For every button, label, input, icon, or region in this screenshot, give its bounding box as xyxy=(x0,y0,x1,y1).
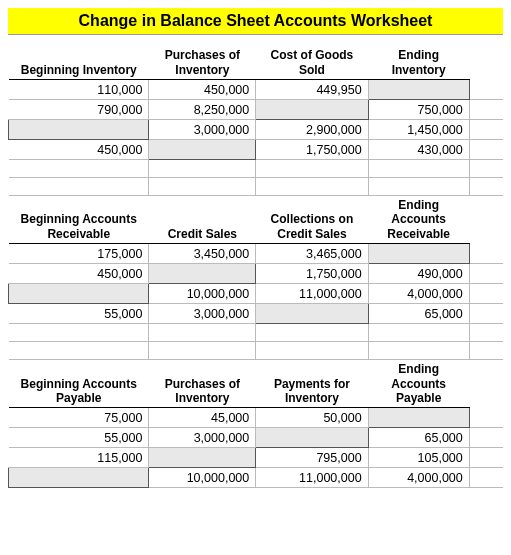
value-cell: 110,000 xyxy=(9,80,149,100)
value-cell: 50,000 xyxy=(256,408,368,428)
column-spacer xyxy=(469,360,503,408)
empty-cell xyxy=(9,178,149,196)
empty-cell xyxy=(9,160,149,178)
input-cell[interactable] xyxy=(9,284,149,304)
value-cell: 750,000 xyxy=(368,100,469,120)
empty-cell xyxy=(256,342,368,360)
empty-cell xyxy=(149,324,256,342)
input-cell[interactable] xyxy=(149,140,256,160)
empty-cell xyxy=(256,160,368,178)
value-cell: 11,000,000 xyxy=(256,284,368,304)
input-cell[interactable] xyxy=(9,120,149,140)
row-spacer xyxy=(469,284,503,304)
input-cell[interactable] xyxy=(368,408,469,428)
value-cell: 3,000,000 xyxy=(149,428,256,448)
value-cell: 65,000 xyxy=(368,428,469,448)
value-cell: 65,000 xyxy=(368,304,469,324)
value-cell: 8,250,000 xyxy=(149,100,256,120)
column-header: Beginning Accounts Payable xyxy=(9,360,149,408)
input-cell[interactable] xyxy=(256,428,368,448)
input-cell[interactable] xyxy=(256,304,368,324)
column-spacer xyxy=(469,196,503,244)
value-cell: 3,000,000 xyxy=(149,304,256,324)
empty-cell xyxy=(9,324,149,342)
row-spacer xyxy=(469,468,503,488)
row-spacer xyxy=(469,120,503,140)
value-cell: 3,000,000 xyxy=(149,120,256,140)
value-cell: 795,000 xyxy=(256,448,368,468)
row-spacer xyxy=(469,428,503,448)
input-cell[interactable] xyxy=(9,468,149,488)
worksheet-title: Change in Balance Sheet Accounts Workshe… xyxy=(8,8,503,35)
input-cell[interactable] xyxy=(256,100,368,120)
row-spacer xyxy=(469,140,503,160)
empty-cell xyxy=(149,178,256,196)
empty-cell xyxy=(469,160,503,178)
column-header: Beginning Inventory xyxy=(9,41,149,80)
value-cell: 175,000 xyxy=(9,244,149,264)
empty-cell xyxy=(368,178,469,196)
column-spacer xyxy=(469,41,503,80)
value-cell: 450,000 xyxy=(149,80,256,100)
row-spacer xyxy=(469,264,503,284)
value-cell: 10,000,000 xyxy=(149,284,256,304)
value-cell: 55,000 xyxy=(9,304,149,324)
empty-cell xyxy=(368,160,469,178)
empty-cell xyxy=(149,342,256,360)
value-cell: 490,000 xyxy=(368,264,469,284)
value-cell: 1,750,000 xyxy=(256,140,368,160)
column-header: Purchases of Inventory xyxy=(149,41,256,80)
column-header: Purchases of Inventory xyxy=(149,360,256,408)
input-cell[interactable] xyxy=(149,264,256,284)
value-cell: 1,750,000 xyxy=(256,264,368,284)
value-cell: 790,000 xyxy=(9,100,149,120)
column-header: Collections on Credit Sales xyxy=(256,196,368,244)
column-header: Cost of Goods Sold xyxy=(256,41,368,80)
input-cell[interactable] xyxy=(368,80,469,100)
value-cell: 11,000,000 xyxy=(256,468,368,488)
empty-cell xyxy=(149,160,256,178)
empty-cell xyxy=(9,342,149,360)
empty-cell xyxy=(368,324,469,342)
value-cell: 10,000,000 xyxy=(149,468,256,488)
value-cell: 75,000 xyxy=(9,408,149,428)
input-cell[interactable] xyxy=(149,448,256,468)
value-cell: 3,465,000 xyxy=(256,244,368,264)
column-header: Credit Sales xyxy=(149,196,256,244)
empty-cell xyxy=(368,342,469,360)
empty-cell xyxy=(256,178,368,196)
row-spacer xyxy=(469,100,503,120)
row-spacer xyxy=(469,244,503,264)
value-cell: 1,450,000 xyxy=(368,120,469,140)
value-cell: 4,000,000 xyxy=(368,284,469,304)
column-header: Ending Accounts Receivable xyxy=(368,196,469,244)
row-spacer xyxy=(469,304,503,324)
value-cell: 449,950 xyxy=(256,80,368,100)
column-header: Ending Accounts Payable xyxy=(368,360,469,408)
input-cell[interactable] xyxy=(368,244,469,264)
empty-cell xyxy=(469,178,503,196)
column-header: Ending Inventory xyxy=(368,41,469,80)
value-cell: 105,000 xyxy=(368,448,469,468)
empty-cell xyxy=(256,324,368,342)
value-cell: 450,000 xyxy=(9,264,149,284)
value-cell: 4,000,000 xyxy=(368,468,469,488)
value-cell: 55,000 xyxy=(9,428,149,448)
column-header: Beginning Accounts Receivable xyxy=(9,196,149,244)
row-spacer xyxy=(469,80,503,100)
column-header: Payments for Inventory xyxy=(256,360,368,408)
value-cell: 430,000 xyxy=(368,140,469,160)
value-cell: 3,450,000 xyxy=(149,244,256,264)
value-cell: 2,900,000 xyxy=(256,120,368,140)
value-cell: 450,000 xyxy=(9,140,149,160)
worksheet-table: Beginning InventoryPurchases of Inventor… xyxy=(8,41,503,488)
value-cell: 115,000 xyxy=(9,448,149,468)
row-spacer xyxy=(469,448,503,468)
value-cell: 45,000 xyxy=(149,408,256,428)
empty-cell xyxy=(469,324,503,342)
row-spacer xyxy=(469,408,503,428)
empty-cell xyxy=(469,342,503,360)
